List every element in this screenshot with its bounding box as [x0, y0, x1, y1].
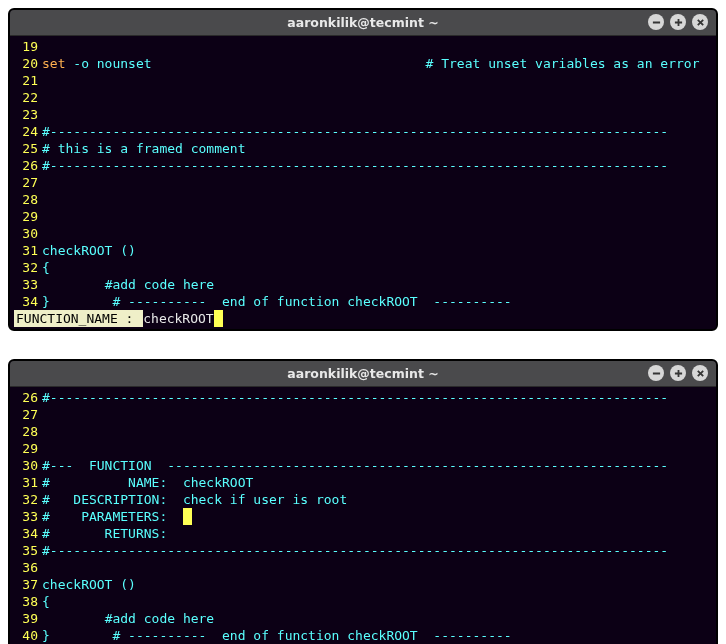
close-icon[interactable] [692, 365, 708, 381]
code-line: 40} # ---------- end of function checkRO… [14, 627, 712, 644]
line-number: 40 [14, 627, 42, 644]
line-number: 29 [14, 440, 42, 457]
code-line: 26#-------------------------------------… [14, 389, 712, 406]
code-text: #--- FUNCTION --------------------------… [42, 457, 712, 474]
code-text [42, 406, 712, 423]
line-number: 35 [14, 542, 42, 559]
code-text: # PARAMETERS: [42, 508, 712, 525]
code-text: # RETURNS: [42, 525, 712, 542]
code-line: 27 [14, 174, 712, 191]
line-number: 33 [14, 276, 42, 293]
terminal-window-2: aaronkilik@tecmint ~ 26#----------------… [8, 359, 718, 644]
code-text: } # ---------- end of function checkROOT… [42, 627, 712, 644]
code-line: 39 #add code here [14, 610, 712, 627]
line-number: 24 [14, 123, 42, 140]
maximize-icon[interactable] [670, 365, 686, 381]
code-line: 22 [14, 89, 712, 106]
code-text [42, 225, 712, 242]
editor-area[interactable]: 26#-------------------------------------… [10, 387, 716, 644]
line-number: 22 [14, 89, 42, 106]
line-number: 39 [14, 610, 42, 627]
line-number: 38 [14, 593, 42, 610]
code-text: } # ---------- end of function checkROOT… [42, 293, 712, 310]
window-title: aaronkilik@tecmint ~ [10, 366, 716, 381]
code-text: #---------------------------------------… [42, 157, 712, 174]
line-number: 25 [14, 140, 42, 157]
line-number: 34 [14, 525, 42, 542]
window-controls [648, 14, 708, 30]
code-text [42, 38, 712, 55]
code-line: 23 [14, 106, 712, 123]
code-line: 28 [14, 191, 712, 208]
code-text: checkROOT () [42, 576, 712, 593]
code-line: 34# RETURNS: [14, 525, 712, 542]
terminal-window-1: aaronkilik@tecmint ~ 1920set -o nounset … [8, 8, 718, 331]
line-number: 34 [14, 293, 42, 310]
titlebar[interactable]: aaronkilik@tecmint ~ [10, 361, 716, 387]
code-line: 34} # ---------- end of function checkRO… [14, 293, 712, 310]
line-number: 27 [14, 174, 42, 191]
text-cursor [214, 310, 223, 327]
code-text [42, 423, 712, 440]
prompt-label: FUNCTION_NAME : [14, 310, 143, 327]
line-number: 28 [14, 423, 42, 440]
code-line: 32{ [14, 259, 712, 276]
code-line: 36 [14, 559, 712, 576]
line-number: 30 [14, 225, 42, 242]
code-text: #---------------------------------------… [42, 123, 712, 140]
code-line: 33# PARAMETERS: [14, 508, 712, 525]
code-text: #---------------------------------------… [42, 542, 712, 559]
line-number: 26 [14, 157, 42, 174]
code-text [42, 106, 712, 123]
code-text [42, 208, 712, 225]
code-line: 26#-------------------------------------… [14, 157, 712, 174]
code-text [42, 174, 712, 191]
line-number: 30 [14, 457, 42, 474]
code-line: 25# this is a framed comment [14, 140, 712, 157]
code-text: # DESCRIPTION: check if user is root [42, 491, 712, 508]
code-line: 30 [14, 225, 712, 242]
code-line: 37checkROOT () [14, 576, 712, 593]
titlebar[interactable]: aaronkilik@tecmint ~ [10, 10, 716, 36]
line-number: 29 [14, 208, 42, 225]
code-line: 29 [14, 208, 712, 225]
code-line: 29 [14, 440, 712, 457]
code-line: 31# NAME: checkROOT [14, 474, 712, 491]
code-line: 30#--- FUNCTION ------------------------… [14, 457, 712, 474]
code-text [42, 440, 712, 457]
code-line: 38{ [14, 593, 712, 610]
code-text: { [42, 593, 712, 610]
code-text: # this is a framed comment [42, 140, 712, 157]
code-line: 33 #add code here [14, 276, 712, 293]
prompt-value: checkROOT [143, 311, 213, 326]
line-number: 26 [14, 389, 42, 406]
code-text: #add code here [42, 276, 712, 293]
code-line: 20set -o nounset # Treat unset variables… [14, 55, 712, 72]
line-number: 36 [14, 559, 42, 576]
code-line: 32# DESCRIPTION: check if user is root [14, 491, 712, 508]
window-title: aaronkilik@tecmint ~ [10, 15, 716, 30]
line-number: 19 [14, 38, 42, 55]
minimize-icon[interactable] [648, 365, 664, 381]
code-line: 27 [14, 406, 712, 423]
maximize-icon[interactable] [670, 14, 686, 30]
code-text: { [42, 259, 712, 276]
window-controls [648, 365, 708, 381]
function-name-prompt[interactable]: FUNCTION_NAME : checkROOT [14, 310, 712, 327]
code-text: # NAME: checkROOT [42, 474, 712, 491]
editor-area[interactable]: 1920set -o nounset # Treat unset variabl… [10, 36, 716, 329]
code-text: #---------------------------------------… [42, 389, 712, 406]
code-text [42, 559, 712, 576]
minimize-icon[interactable] [648, 14, 664, 30]
code-text: set -o nounset # Treat unset variables a… [42, 55, 712, 72]
close-icon[interactable] [692, 14, 708, 30]
line-number: 21 [14, 72, 42, 89]
line-number: 32 [14, 259, 42, 276]
code-line: 31checkROOT () [14, 242, 712, 259]
code-line: 35#-------------------------------------… [14, 542, 712, 559]
code-line: 28 [14, 423, 712, 440]
line-number: 31 [14, 474, 42, 491]
line-number: 37 [14, 576, 42, 593]
code-text: checkROOT () [42, 242, 712, 259]
line-number: 33 [14, 508, 42, 525]
